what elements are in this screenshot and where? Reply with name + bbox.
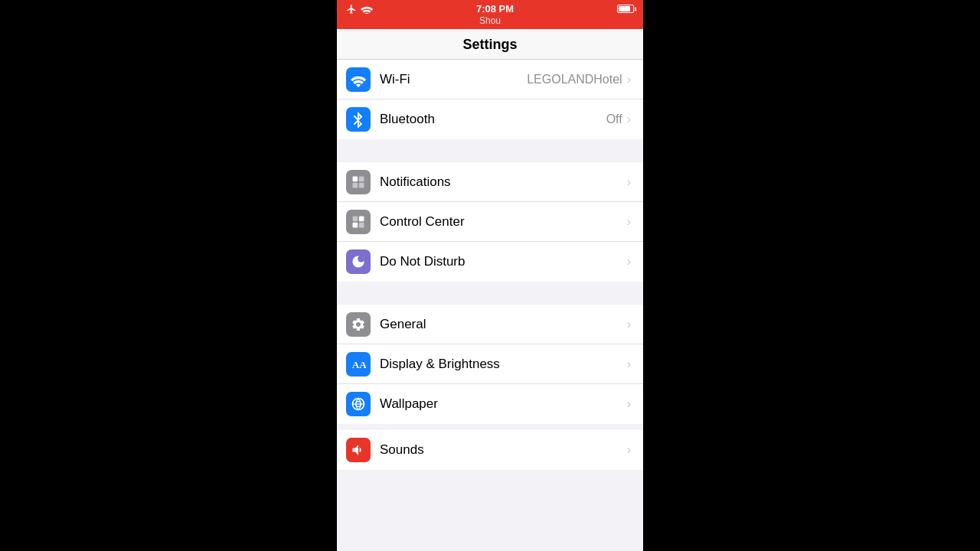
- wifi-status-icon: [361, 5, 373, 14]
- bluetooth-icon: [346, 107, 371, 132]
- display-chevron: ›: [627, 357, 631, 371]
- notifications-icon: [346, 170, 371, 194]
- svg-text:AA: AA: [352, 359, 366, 370]
- svg-rect-2: [353, 182, 358, 187]
- page-title: Settings: [462, 37, 517, 52]
- airplane-icon: [346, 4, 357, 15]
- settings-row-do-not-disturb[interactable]: Do Not Disturb ›: [337, 242, 643, 282]
- settings-row-wallpaper[interactable]: Wallpaper ›: [337, 384, 643, 424]
- do-not-disturb-chevron: ›: [627, 255, 631, 269]
- notifications-chevron: ›: [627, 175, 631, 189]
- svg-rect-0: [353, 176, 358, 181]
- status-time: 7:08 PM: [476, 3, 514, 15]
- svg-rect-6: [353, 222, 358, 227]
- general-label: General: [380, 317, 627, 332]
- wallpaper-label: Wallpaper: [380, 396, 627, 412]
- divider-1: [337, 139, 643, 162]
- wifi-chevron: ›: [627, 73, 631, 86]
- section-preferences: General › AA Display & Brightness ›: [337, 305, 643, 424]
- wallpaper-chevron: ›: [627, 397, 631, 411]
- svg-rect-1: [359, 176, 364, 181]
- settings-row-bluetooth[interactable]: Bluetooth Off ›: [337, 99, 643, 139]
- svg-rect-3: [359, 182, 364, 187]
- wallpaper-icon: [346, 392, 371, 416]
- bluetooth-label: Bluetooth: [380, 112, 606, 127]
- display-label: Display & Brightness: [380, 357, 627, 372]
- phone-screen: 7:08 PM Shou Settings: [337, 0, 643, 551]
- settings-row-wifi[interactable]: Wi-Fi LEGOLANDHotel ›: [337, 60, 643, 99]
- control-center-icon: [346, 210, 371, 234]
- section-connectivity: Wi-Fi LEGOLANDHotel › Bluetooth Off ›: [337, 60, 643, 139]
- settings-row-control-center[interactable]: Control Center ›: [337, 202, 643, 242]
- wifi-icon: [346, 67, 371, 92]
- settings-row-sounds[interactable]: Sounds ›: [337, 430, 643, 470]
- settings-row-display[interactable]: AA Display & Brightness ›: [337, 344, 643, 384]
- control-center-label: Control Center: [380, 214, 627, 230]
- settings-row-general[interactable]: General ›: [337, 305, 643, 344]
- do-not-disturb-icon: [346, 249, 371, 274]
- section-system: Notifications › Control Center ›: [337, 162, 643, 282]
- control-center-chevron: ›: [627, 215, 631, 229]
- display-icon: AA: [346, 352, 371, 377]
- do-not-disturb-label: Do Not Disturb: [380, 254, 627, 269]
- bluetooth-value: Off: [606, 112, 622, 126]
- notifications-label: Notifications: [380, 174, 627, 190]
- general-chevron: ›: [627, 318, 631, 331]
- svg-rect-4: [353, 216, 358, 221]
- bluetooth-chevron: ›: [627, 112, 631, 126]
- wifi-value: LEGOLANDHotel: [527, 73, 622, 86]
- sounds-icon: [346, 438, 371, 462]
- sounds-chevron: ›: [627, 443, 631, 457]
- general-icon: [346, 312, 371, 337]
- divider-2: [337, 282, 643, 305]
- shou-label: Shou: [479, 15, 501, 26]
- section-more: Sounds ›: [337, 430, 643, 470]
- status-icons-left: [346, 4, 373, 15]
- svg-rect-5: [359, 216, 364, 221]
- status-bar: 7:08 PM Shou: [337, 0, 643, 29]
- status-icons-right: [617, 5, 634, 13]
- nav-bar: Settings: [337, 29, 643, 60]
- settings-row-notifications[interactable]: Notifications ›: [337, 162, 643, 202]
- sounds-label: Sounds: [380, 442, 627, 458]
- battery-icon: [617, 5, 634, 13]
- svg-rect-7: [359, 222, 364, 227]
- settings-list[interactable]: Wi-Fi LEGOLANDHotel › Bluetooth Off ›: [337, 60, 643, 551]
- wifi-label: Wi-Fi: [380, 72, 527, 87]
